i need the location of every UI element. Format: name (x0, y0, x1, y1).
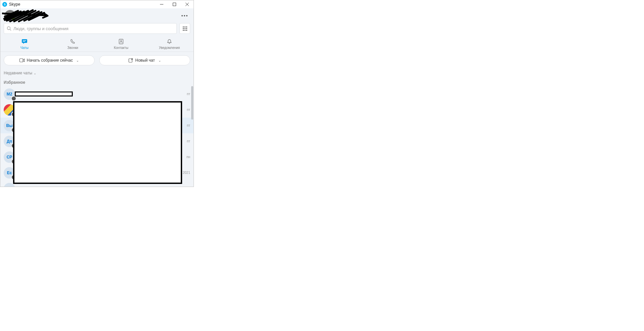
chat-item[interactable]: Ес2021 (0, 165, 194, 181)
tab-chats-label: Чаты (20, 46, 29, 50)
window-close-button[interactable] (181, 0, 194, 8)
chat-avatar: Вы (4, 120, 15, 131)
chat-avatar: Дп (4, 136, 15, 147)
svg-marker-7 (23, 43, 25, 44)
skype-logo-icon: S (2, 2, 7, 7)
svg-point-4 (7, 27, 10, 30)
chat-time: 2021 (179, 171, 190, 175)
chat-name: Монтаж 2.0 (18, 91, 177, 96)
svg-point-11 (120, 40, 122, 42)
chat-time: пт (179, 124, 190, 127)
new-chat-label: Новый чат (135, 58, 155, 63)
chat-time: пн (179, 155, 190, 159)
svg-marker-13 (23, 59, 24, 62)
skype-window: S Skype 00 (0, 0, 194, 187)
chat-time: пт (179, 108, 190, 112)
chat-item[interactable]: CS2021 (0, 181, 194, 187)
tab-calls-label: Звонки (67, 46, 78, 50)
compose-icon (128, 58, 133, 63)
chevron-down-icon: ⌄ (34, 71, 36, 75)
chats-icon (21, 39, 28, 45)
search-icon (7, 26, 11, 31)
svg-rect-6 (22, 39, 27, 43)
my-avatar[interactable] (4, 10, 16, 21)
dialpad-icon (183, 26, 187, 31)
dialpad-button[interactable] (179, 23, 190, 34)
chat-avatar: СР (4, 151, 15, 163)
chat-avatar: М2 (4, 88, 15, 100)
chat-item[interactable]: Выпт (0, 118, 194, 133)
chat-list-wrap: М2Монтаж 2.0птптВыптДпптСРпнЕс2021CS2021 (0, 86, 194, 187)
close-icon (185, 3, 189, 6)
tab-contacts-label: Контакты (114, 46, 128, 50)
chevron-down-icon: ⌄ (76, 59, 79, 62)
recent-chats-label: Недавние чаты (4, 71, 32, 75)
minimize-icon (160, 3, 163, 6)
chat-item[interactable]: Дппт (0, 133, 194, 149)
skype-credit: 00 (18, 13, 23, 18)
svg-line-5 (10, 29, 11, 31)
tab-notifications-label: Уведомления (159, 46, 180, 50)
tab-notifications[interactable]: Уведомления (145, 36, 194, 52)
tab-contacts[interactable]: Контакты (97, 36, 145, 52)
meet-now-button[interactable]: Начать собрание сейчас ⌄ (4, 55, 95, 65)
chat-avatar: Ес (4, 167, 15, 179)
chat-item[interactable]: пт (0, 102, 194, 118)
notifications-icon (167, 39, 172, 45)
more-options-button[interactable] (179, 13, 190, 18)
favorites-header: Избранное (0, 77, 194, 86)
dots-icon (181, 15, 183, 16)
calls-icon (70, 39, 75, 45)
chat-body: Монтаж 2.0 (18, 91, 177, 96)
video-icon (19, 58, 25, 62)
chevron-down-icon: ⌄ (158, 59, 161, 62)
nav-tabs: Чаты Звонки Контакты Уведомления (0, 36, 194, 52)
svg-rect-1 (173, 3, 176, 6)
search-row (0, 23, 194, 36)
search-input[interactable] (13, 26, 174, 31)
tab-chats[interactable]: Чаты (0, 36, 49, 52)
contacts-icon (118, 39, 124, 45)
chat-avatar (4, 104, 15, 116)
maximize-icon (173, 3, 176, 6)
recent-chats-header[interactable]: Недавние чаты ⌄ (0, 69, 194, 77)
profile-header: 00 (0, 8, 194, 23)
chat-item[interactable]: СРпн (0, 149, 194, 165)
new-chat-button[interactable]: Новый чат ⌄ (99, 55, 190, 65)
chat-list[interactable]: М2Монтаж 2.0птптВыптДпптСРпнЕс2021CS2021 (0, 86, 194, 187)
search-box[interactable] (4, 23, 177, 34)
chat-time: пт (179, 139, 190, 143)
tab-calls[interactable]: Звонки (49, 36, 97, 52)
chat-avatar: CS (4, 183, 15, 187)
action-row: Начать собрание сейчас ⌄ Новый чат ⌄ (0, 52, 194, 69)
scrollbar[interactable] (191, 86, 193, 120)
titlebar: S Skype (0, 0, 194, 8)
chat-item[interactable]: М2Монтаж 2.0пт (0, 86, 194, 102)
window-minimize-button[interactable] (155, 0, 168, 8)
svg-rect-12 (19, 59, 23, 62)
window-maximize-button[interactable] (168, 0, 181, 8)
svg-rect-14 (129, 59, 132, 62)
chat-time: пт (179, 92, 190, 96)
meet-now-label: Начать собрание сейчас (27, 58, 73, 63)
app-title: Skype (9, 2, 20, 7)
